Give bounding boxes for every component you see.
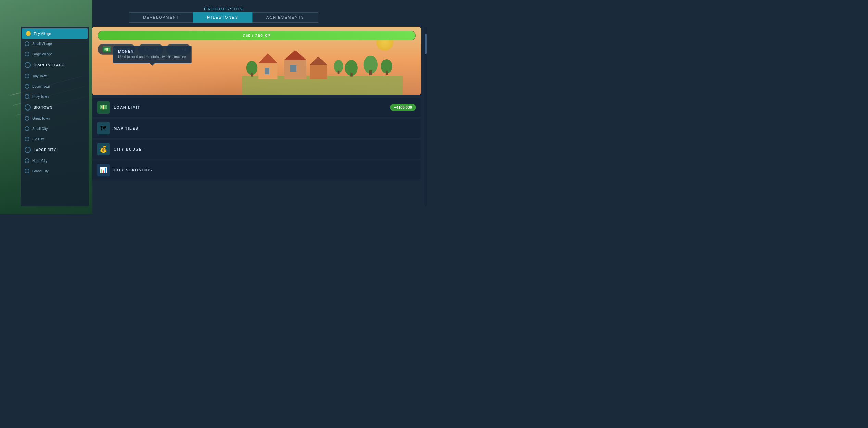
sidebar-item-label: Grand City <box>32 169 49 173</box>
map-tiles-label: MAP TILES <box>114 126 138 130</box>
xp-bar-label: 750 / 750 XP <box>243 33 271 38</box>
sidebar-item-label: Tiny Village <box>34 32 51 36</box>
sidebar-item-big-city[interactable]: Big City <box>21 134 89 144</box>
sidebar-item-small-city[interactable]: Small City <box>21 124 89 134</box>
city-budget-icon: 💰 <box>97 143 110 155</box>
content-area: Tiny Village Small Village Large Village… <box>21 27 427 206</box>
money-icon: 💵 <box>103 46 111 52</box>
sidebar-item-boom-town[interactable]: Boom Town <box>21 81 89 91</box>
sidebar-item-grand-village[interactable]: GRAND VILLAGE <box>21 59 89 71</box>
sidebar-item-huge-city[interactable]: Huge City <box>21 156 89 166</box>
circle-indicator <box>25 116 29 121</box>
sidebar-item-great-town[interactable]: Great Town <box>21 113 89 124</box>
svg-rect-6 <box>290 65 296 72</box>
xp-bar-container: 750 / 750 XP <box>98 31 416 40</box>
sidebar-item-label: LARGE CITY <box>34 148 56 152</box>
svg-rect-10 <box>251 73 253 76</box>
sidebar-item-large-city[interactable]: LARGE CITY <box>21 144 89 156</box>
circle-indicator <box>25 74 29 78</box>
sidebar-item-label: BIG TOWN <box>34 106 52 109</box>
svg-rect-18 <box>386 71 388 75</box>
circle-indicator <box>25 169 29 173</box>
xp-bar-fill: 750 / 750 XP <box>98 31 415 40</box>
sidebar-item-label: Boom Town <box>32 85 50 88</box>
circle-indicator <box>25 52 29 56</box>
sidebar-item-label: Tiny Town <box>32 74 47 78</box>
unlock-item-city-budget: 💰 CITY BUDGET <box>92 140 421 159</box>
circle-indicator <box>25 41 29 46</box>
sidebar-item-label: Busy Town <box>32 95 49 99</box>
section-title: PROGRESSION <box>21 7 427 11</box>
circle-indicator-large <box>25 147 31 153</box>
circle-indicator <box>25 137 29 141</box>
sidebar-item-tiny-village[interactable]: Tiny Village <box>22 28 88 39</box>
tab-milestones[interactable]: MILESTONES <box>193 12 252 23</box>
svg-rect-14 <box>350 73 353 76</box>
unlock-item-city-statistics: 📊 CITY STATISTICS <box>92 160 421 180</box>
sidebar-item-label: GRAND VILLAGE <box>34 63 64 67</box>
sidebar-item-label: Small Village <box>32 42 52 46</box>
unlock-item-map-tiles: 🗺 MAP TILES <box>92 119 421 138</box>
tab-development[interactable]: DEVELOPMENT <box>129 12 193 23</box>
circle-indicator <box>26 31 31 36</box>
sidebar-item-tiny-town[interactable]: Tiny Town <box>21 71 89 81</box>
loan-limit-label: LOAN LIMIT <box>114 105 140 109</box>
sidebar-item-label: Large Village <box>32 52 52 56</box>
sidebar-item-small-village[interactable]: Small Village <box>21 39 89 49</box>
sidebar-item-big-town[interactable]: BIG TOWN <box>21 102 89 113</box>
right-content: 750 / 750 XP 💵 ¢600,000 ⬡ +1 <box>92 27 421 206</box>
svg-marker-2 <box>258 53 277 63</box>
circle-indicator <box>25 126 29 131</box>
main-panel: PROGRESSION DEVELOPMENT MILESTONES ACHIE… <box>21 7 427 207</box>
city-statistics-icon: 📊 <box>97 164 110 176</box>
circle-indicator <box>25 158 29 163</box>
sidebar-item-label: Great Town <box>32 117 50 120</box>
scrollbar-thumb[interactable] <box>425 34 427 54</box>
map-tiles-icon: 🗺 <box>97 122 110 134</box>
sidebar-item-label: Small City <box>32 127 48 131</box>
milestone-sidebar[interactable]: Tiny Village Small Village Large Village… <box>21 27 89 206</box>
unlock-item-loan-limit: 💵 LOAN LIMIT +¢100,000 <box>92 98 421 117</box>
svg-rect-12 <box>337 71 339 74</box>
circle-indicator-large <box>25 104 31 111</box>
sidebar-item-large-village[interactable]: Large Village <box>21 49 89 59</box>
svg-rect-16 <box>369 70 372 75</box>
sidebar-item-grand-city[interactable]: Grand City <box>21 166 89 176</box>
circle-indicator-large <box>25 62 31 68</box>
sidebar-item-busy-town[interactable]: Busy Town <box>21 91 89 102</box>
loan-limit-icon: 💵 <box>97 101 110 114</box>
circle-indicator <box>25 84 29 89</box>
svg-rect-3 <box>265 68 269 74</box>
header: PROGRESSION DEVELOPMENT MILESTONES ACHIE… <box>21 7 427 23</box>
tabs-container: DEVELOPMENT MILESTONES ACHIEVEMENTS <box>21 12 427 23</box>
unlockables-list: 💵 LOAN LIMIT +¢100,000 🗺 MAP TILES 💰 CIT… <box>92 98 421 206</box>
tooltip-text: Used to build and maintain city infrastr… <box>118 55 187 60</box>
svg-rect-7 <box>310 65 327 79</box>
sidebar-item-label: Huge City <box>32 159 47 163</box>
circle-indicator <box>25 94 29 99</box>
sidebar-item-label: Big City <box>32 137 44 141</box>
svg-marker-8 <box>310 57 327 65</box>
money-tooltip: MONEY Used to build and maintain city in… <box>113 46 192 63</box>
city-statistics-label: CITY STATISTICS <box>114 168 152 172</box>
milestone-header-card: 750 / 750 XP 💵 ¢600,000 ⬡ +1 <box>92 27 421 95</box>
tooltip-title: MONEY <box>118 49 187 53</box>
city-budget-label: CITY BUDGET <box>114 147 145 151</box>
loan-limit-value: +¢100,000 <box>390 104 416 111</box>
scrollbar-track[interactable] <box>424 27 427 206</box>
tab-achievements[interactable]: ACHIEVEMENTS <box>252 12 318 23</box>
